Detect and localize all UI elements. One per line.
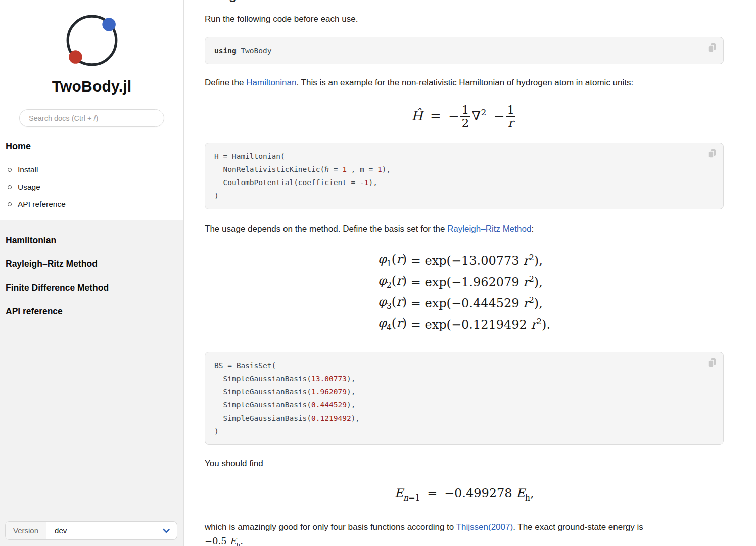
- sidebar-item-home[interactable]: Home: [0, 139, 183, 157]
- text: which is amazingly good for only four ba…: [205, 522, 456, 532]
- index: 3: [387, 301, 392, 311]
- version-value: dev: [46, 522, 162, 539]
- numerator: 1: [505, 104, 516, 116]
- tail: ),: [534, 296, 543, 310]
- coefficient: −0.444529: [451, 296, 519, 310]
- inline-math: −0.5 Eh.: [205, 536, 243, 546]
- coefficient: −0.1219492: [451, 317, 527, 332]
- paren: (: [392, 316, 396, 330]
- paren: ): [402, 252, 407, 266]
- search-input[interactable]: [19, 109, 164, 127]
- code-block-hamiltonian: H = Hamiltonian( NonRelativisticKinetic(…: [205, 143, 724, 209]
- sidebar-item-api-reference[interactable]: API reference: [0, 300, 183, 324]
- phi-symbol: φ: [378, 316, 387, 330]
- exp: exp(: [424, 275, 451, 289]
- text: Define the: [205, 78, 246, 87]
- text: :: [531, 224, 534, 234]
- circle-bullet-icon: [8, 202, 12, 206]
- tail: ),: [534, 275, 543, 289]
- chevron-down-icon: [162, 522, 177, 539]
- code-content: using TwoBody: [214, 44, 714, 57]
- equals: =: [411, 296, 421, 310]
- exponent: 2: [529, 274, 534, 284]
- sidebar-item-rayleigh-ritz-method[interactable]: Rayleigh–Ritz Method: [0, 252, 183, 276]
- subscript: h: [525, 492, 530, 502]
- paren: (: [392, 295, 396, 309]
- math-symbol: Ĥ: [411, 108, 423, 123]
- basis-equation-row: φ1(r) = exp(−13.00773 r2),: [378, 250, 550, 271]
- paren: ): [402, 274, 407, 288]
- sidebar-subitem-api-reference[interactable]: API reference: [0, 196, 183, 213]
- sidebar-subitem-label: Install: [18, 165, 38, 174]
- index: 1: [387, 259, 392, 268]
- two-body-logo-icon: [64, 12, 120, 69]
- copy-icon[interactable]: [706, 42, 718, 54]
- phi-symbol: φ: [378, 252, 387, 266]
- comma: ,: [530, 486, 534, 500]
- copy-icon[interactable]: [706, 148, 718, 160]
- equals: =: [411, 317, 421, 332]
- text: . The exact ground-state energy is: [513, 522, 643, 532]
- exp: exp(: [424, 254, 451, 268]
- hamiltonian-equation: Ĥ = −12∇2 −1r: [205, 104, 724, 129]
- text: . This is an example for the non-relativ…: [296, 78, 633, 87]
- coefficient: −1.962079: [451, 275, 519, 289]
- phi-symbol: φ: [378, 295, 387, 309]
- paragraph: The usage depends on the method. Define …: [205, 223, 724, 235]
- r-symbol: r: [396, 274, 402, 288]
- paragraph: which is amazingly good for only four ba…: [205, 520, 724, 546]
- paragraph: Define the Hamiltoninan. This is an exam…: [205, 77, 724, 88]
- logo-blue-body: [102, 18, 115, 31]
- sidebar-subitem-install[interactable]: Install: [0, 161, 183, 178]
- logo: [0, 0, 183, 71]
- main-content: Usage Run the following code before each…: [184, 0, 756, 546]
- paren: ): [402, 295, 407, 309]
- basis-equation-row: φ4(r) = exp(−0.1219492 r2).: [378, 313, 550, 335]
- exponent: 2: [529, 253, 534, 262]
- subscript: n: [403, 492, 408, 502]
- site-title: TwoBody.jl: [0, 78, 183, 95]
- r-symbol: r: [523, 275, 529, 289]
- paren: (: [392, 274, 396, 288]
- E-symbol: E: [394, 486, 403, 500]
- phi-symbol: φ: [378, 274, 387, 288]
- basis-equation-row: φ2(r) = exp(−1.962079 r2),: [378, 271, 550, 292]
- paren: (: [392, 252, 396, 266]
- E-symbol: E: [229, 536, 236, 546]
- r-symbol: r: [396, 295, 402, 309]
- exp: exp(: [424, 296, 451, 310]
- sidebar-item-finite-difference-method[interactable]: Finite Difference Method: [0, 276, 183, 300]
- subscript: =1: [408, 492, 420, 502]
- circle-bullet-icon: [8, 185, 12, 189]
- sidebar: TwoBody.jl Home Install Usage API refere…: [0, 0, 184, 546]
- version-selector[interactable]: Version dev: [5, 521, 177, 540]
- equals: =: [411, 254, 421, 268]
- denominator: r: [506, 116, 515, 129]
- E-symbol: E: [516, 486, 525, 500]
- r-symbol: r: [396, 316, 402, 330]
- paragraph: You should find: [205, 458, 724, 469]
- copy-icon[interactable]: [706, 357, 718, 369]
- code-block-basisset: BS = BasisSet( SimpleGaussianBasis(13.00…: [205, 352, 724, 445]
- sidebar-item-hamiltonian[interactable]: Hamiltonian: [0, 229, 183, 252]
- sidebar-subitem-usage[interactable]: Usage: [0, 178, 183, 196]
- numerator: 1: [460, 104, 471, 116]
- fraction: 12: [460, 104, 471, 129]
- rayleigh-ritz-link[interactable]: Rayleigh–Ritz Method: [447, 224, 531, 234]
- basis-equation-row: φ3(r) = exp(−0.444529 r2),: [378, 292, 550, 313]
- r-symbol: r: [523, 296, 529, 310]
- math-symbol: −: [448, 108, 459, 123]
- denominator: 2: [460, 116, 471, 129]
- hamiltonian-link[interactable]: Hamiltoninan: [246, 78, 296, 87]
- math-symbol: =: [430, 108, 441, 123]
- version-label: Version: [6, 522, 46, 539]
- tail: ).: [542, 317, 550, 332]
- sidebar-subitem-label: API reference: [18, 200, 66, 209]
- paragraph: Run the following code before each use.: [205, 14, 724, 25]
- exponent: 2: [537, 316, 542, 326]
- index: 2: [387, 280, 392, 290]
- thijssen-link[interactable]: Thijssen(2007): [456, 522, 513, 532]
- math-symbol: −: [494, 108, 505, 123]
- section-heading-clipped: Usage: [205, 0, 244, 3]
- value: −0.5: [205, 536, 229, 546]
